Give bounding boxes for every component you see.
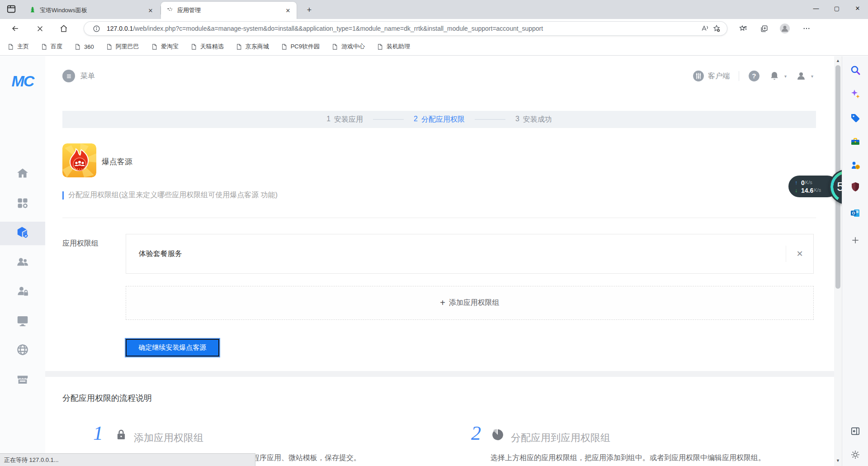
add-group-label: 添加应用权限组	[449, 298, 500, 308]
notifications-button[interactable]: ▾	[769, 71, 787, 81]
storefront-icon	[16, 372, 29, 388]
games-icon[interactable]	[849, 160, 861, 171]
bookmark-item[interactable]: 装机助理	[377, 43, 410, 51]
svg-text:?: ?	[752, 72, 756, 80]
help-button[interactable]: ?	[748, 70, 760, 82]
client-button[interactable]: 客户端	[693, 70, 730, 82]
step-connector	[475, 119, 505, 120]
app-sidebar: MC	[0, 56, 45, 466]
sidebar-item-apps[interactable]	[0, 192, 45, 216]
outlook-icon[interactable]: O	[849, 207, 861, 219]
globe-icon	[16, 343, 29, 358]
permission-group-label: 应用权限组	[62, 239, 99, 248]
stop-loading-icon[interactable]	[33, 22, 46, 35]
bookmark-item[interactable]: 阿里巴巴	[106, 43, 139, 51]
bookmark-item[interactable]: PC9软件园	[281, 43, 320, 51]
remove-group-icon[interactable]: ✕	[786, 249, 813, 259]
sidebar-item-modules[interactable]	[0, 222, 45, 245]
sidebar-item-store[interactable]	[0, 368, 45, 392]
topbar-right: 客户端 ? ▾ ▾	[693, 67, 813, 85]
scroll-down-icon[interactable]: ▼	[834, 457, 842, 464]
browser-menu-icon[interactable]	[800, 22, 813, 35]
sidebar-item-home[interactable]	[0, 162, 45, 186]
page-scrollbar[interactable]: ▲ ▼	[834, 56, 842, 466]
browser-tab-bar: 宝塔Windows面板 ✕ 应用管理 ✕ + — ▢ ✕	[0, 0, 868, 19]
upload-speed: ↑ 0K/s	[795, 180, 834, 186]
topbar-divider	[739, 71, 739, 81]
tab-bt-panel[interactable]: 宝塔Windows面板 ✕	[24, 2, 159, 19]
toolbox-icon[interactable]	[849, 136, 861, 147]
favorites-icon[interactable]	[737, 22, 750, 35]
module-app-icon	[62, 143, 96, 177]
copilot-icon[interactable]	[849, 88, 861, 100]
add-sidebar-app-icon[interactable]	[849, 234, 861, 246]
browser-toolbar: 127.0.0.1/web/index.php?c=module&a=manag…	[0, 19, 868, 38]
defender-icon[interactable]	[849, 181, 861, 193]
collections-icon[interactable]	[758, 22, 770, 35]
wizard-step-3: 3安装成功	[515, 115, 552, 124]
account-button[interactable]: ▾	[796, 71, 813, 81]
edge-sidebar: O	[842, 56, 868, 466]
users-icon	[16, 255, 29, 271]
site-info-icon[interactable]	[90, 23, 102, 34]
add-group-button[interactable]: + 添加应用权限组	[126, 286, 814, 320]
scroll-up-icon[interactable]: ▲	[834, 57, 842, 64]
bookmark-item[interactable]: 天猫精选	[190, 43, 224, 51]
back-icon[interactable]	[9, 22, 22, 35]
module-name: 爆点客源	[102, 157, 132, 167]
tab-close-icon[interactable]: ✕	[146, 6, 155, 14]
close-button[interactable]: ✕	[847, 0, 868, 16]
tab-title: 宝塔Windows面板	[40, 6, 143, 14]
address-bar[interactable]: 127.0.0.1/web/index.php?c=module&a=manag…	[84, 22, 727, 35]
section-divider	[62, 218, 816, 218]
sidebar-item-globe[interactable]	[0, 339, 45, 362]
selected-group-box: 体验套餐服务 ✕	[126, 234, 814, 274]
sidebar-panel-icon[interactable]	[849, 425, 861, 437]
bookmarks-bar: 主页 百度 360 阿里巴巴 爱淘宝 天猫精选 京东商城 PC9软件园 游戏中心…	[0, 38, 868, 56]
tab-actions-icon[interactable]	[6, 4, 18, 15]
chevron-down-icon: ▾	[811, 74, 813, 79]
bookmark-item[interactable]: 360	[74, 43, 94, 50]
main-content: 菜单 客户端 ? ▾ ▾ 1安装应用 2分配应用权限 3安装成功	[45, 56, 834, 466]
status-bar: 正在等待 127.0.0.1...	[0, 453, 255, 466]
url-text[interactable]: 127.0.0.1/web/index.php?c=module&a=manag…	[107, 25, 699, 32]
menu-button[interactable]: 菜单	[62, 67, 95, 85]
guide-step-title: 分配应用到应用权限组	[511, 431, 610, 445]
bookmark-item[interactable]: 京东商城	[236, 43, 269, 51]
confirm-install-button[interactable]: 确定继续安装爆点客源	[126, 339, 219, 357]
sidebar-item-members[interactable]	[0, 281, 45, 304]
read-aloud-icon[interactable]	[699, 23, 711, 34]
wizard-step-2: 2分配应用权限	[414, 115, 465, 124]
upload-arrow-icon: ↑	[795, 180, 801, 185]
bookmark-item[interactable]: 主页	[7, 43, 29, 51]
bookmark-item[interactable]: 游戏中心	[331, 43, 365, 51]
add-favorite-icon[interactable]	[711, 23, 722, 34]
tab-app-manage[interactable]: 应用管理 ✕	[161, 2, 297, 19]
sidebar-item-users[interactable]	[0, 251, 45, 275]
chevron-down-icon: ▾	[784, 74, 787, 79]
permission-note: 分配应用权限组(这里来定义哪些应用权限组可使用爆点客源 功能)	[62, 190, 278, 200]
pie-chart-icon	[491, 428, 505, 443]
app-logo: MC	[0, 72, 45, 90]
sidebar-item-site[interactable]	[0, 310, 45, 333]
user-lock-icon	[16, 285, 29, 300]
guide-step-number: 2	[471, 422, 481, 445]
lock-icon	[114, 428, 128, 443]
menu-label: 菜单	[80, 71, 95, 81]
tab-close-icon[interactable]: ✕	[284, 6, 292, 14]
home-icon[interactable]	[57, 22, 70, 35]
maximize-button[interactable]: ▢	[826, 0, 847, 16]
new-tab-button[interactable]: +	[304, 5, 315, 15]
profile-avatar[interactable]	[778, 22, 791, 35]
svg-text:O: O	[852, 211, 855, 215]
selected-group-name: 体验套餐服务	[139, 249, 786, 259]
window-controls: — ▢ ✕	[806, 0, 868, 16]
shopping-tag-icon[interactable]	[849, 112, 861, 124]
minimize-button[interactable]: —	[806, 0, 826, 16]
wizard-step-1: 1安装应用	[326, 115, 363, 124]
bookmark-item[interactable]: 爱淘宝	[151, 43, 179, 51]
bookmark-item[interactable]: 百度	[41, 43, 62, 51]
step-connector	[373, 119, 404, 120]
search-icon[interactable]	[849, 64, 861, 76]
settings-gear-icon[interactable]	[849, 449, 861, 461]
